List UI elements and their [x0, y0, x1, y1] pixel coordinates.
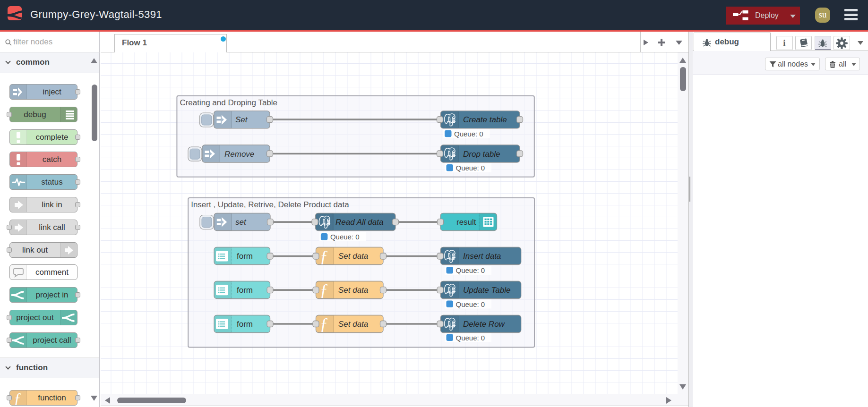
svg-text:Read All data: Read All data	[335, 218, 383, 227]
svg-text:Queue: 0: Queue: 0	[456, 300, 485, 308]
svg-text:ƒ: ƒ	[320, 281, 328, 299]
svg-text:form: form	[237, 286, 253, 295]
svg-text:Set data: Set data	[338, 320, 368, 329]
svg-text:Delete Row: Delete Row	[463, 320, 506, 329]
svg-text:set: set	[235, 218, 247, 227]
svg-text:ƒ: ƒ	[320, 247, 328, 266]
svg-text:form: form	[237, 252, 253, 261]
svg-text:Queue: 0: Queue: 0	[454, 130, 483, 138]
svg-text:Queue: 0: Queue: 0	[456, 266, 485, 274]
svg-text:Set data: Set data	[338, 286, 368, 295]
svg-text:form: form	[237, 320, 253, 329]
svg-text:result: result	[456, 218, 476, 227]
svg-text:Creating and Droping Table: Creating and Droping Table	[180, 98, 277, 107]
svg-text:Set data: Set data	[338, 252, 368, 261]
svg-text:Drop table: Drop table	[463, 150, 500, 159]
svg-text:Create table: Create table	[463, 115, 507, 124]
svg-text:Set: Set	[235, 115, 248, 124]
svg-text:Remove: Remove	[224, 150, 254, 159]
svg-text:Insert data: Insert data	[463, 252, 501, 261]
svg-text:Queue: 0: Queue: 0	[456, 164, 485, 172]
svg-text:Queue: 0: Queue: 0	[330, 233, 360, 241]
svg-text:Queue: 0: Queue: 0	[456, 334, 485, 342]
svg-text:ƒ: ƒ	[320, 315, 328, 333]
svg-text:Insert , Update, Retrive, Dele: Insert , Update, Retrive, Delete Product…	[191, 200, 349, 209]
svg-text:Update Table: Update Table	[463, 286, 511, 295]
